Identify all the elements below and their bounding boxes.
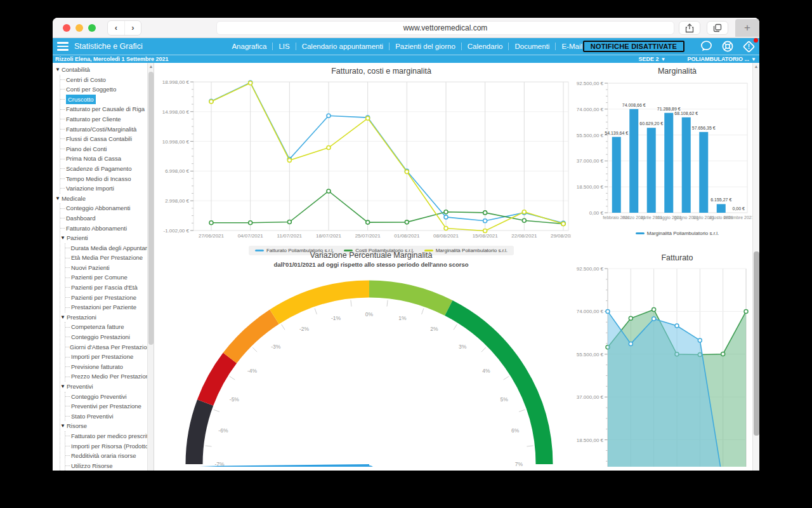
scroll-up-icon[interactable]: ▲ (148, 64, 154, 69)
sede-selector[interactable]: SEDE 2▼ (638, 56, 665, 62)
tree-item-competenza-fatture[interactable]: Competenza fatture (65, 322, 154, 332)
tree-item-preventivi[interactable]: ▼Preventivi (60, 382, 154, 392)
tree-item-piano-dei-conti[interactable]: Piano dei Conti (60, 144, 154, 154)
main-scrollbar-thumb[interactable] (754, 251, 759, 436)
tree-item-pazienti-per-fascia-d-et[interactable]: Pazienti per Fascia d'Età (65, 283, 154, 293)
nav-separator (296, 43, 296, 50)
svg-text:74.008,66 €: 74.008,66 € (622, 103, 646, 107)
tree-expand-icon[interactable]: ▼ (55, 194, 60, 204)
svg-text:0,00 €: 0,00 € (589, 210, 604, 216)
new-tab-button[interactable]: + (735, 19, 759, 37)
nav-anagrafica[interactable]: Anagrafica (231, 43, 267, 50)
tree-expand-icon[interactable]: ▼ (60, 312, 65, 323)
tree-item-conti-per-soggetto[interactable]: Conti per Soggetto (60, 84, 154, 95)
tree-item-medicale[interactable]: ▼Medicale (55, 194, 154, 204)
bar-chart-marginalita: Marginalità92.500,00 €74.000,00 €55.500,… (573, 67, 752, 236)
tree-expand-icon[interactable]: ▼ (55, 65, 60, 75)
notifications-toggle-button[interactable]: NOTIFICHE DISATTIVATE (583, 41, 684, 52)
address-bar[interactable]: www.vettoremedical.com (216, 21, 674, 35)
forward-button[interactable]: › (124, 21, 141, 35)
toolbar-icons: ! (700, 40, 756, 53)
tree-item-prestazioni-per-paziente[interactable]: Prestazioni per Paziente (65, 302, 154, 312)
chat-icon[interactable] (700, 40, 713, 53)
minimize-window-button[interactable] (75, 24, 83, 32)
support-lifebuoy-icon[interactable] (721, 40, 734, 53)
tree-connector (60, 178, 65, 179)
tree-item-durata-media-degli-appuntame[interactable]: Durata Media degli Appuntame (65, 243, 154, 253)
tree-item-pazienti-per-comune[interactable]: Pazienti per Comune (65, 272, 154, 283)
alerts-diamond-icon[interactable]: ! (742, 40, 756, 53)
chevron-down-icon: ▼ (660, 57, 665, 62)
back-button[interactable]: ‹ (108, 21, 124, 35)
nav-pazienti-del-giorno[interactable]: Pazienti del giorno (395, 43, 456, 50)
tree-item-pazienti-per-prestazione[interactable]: Pazienti per Prestazione (65, 293, 154, 303)
tree-item-label: Utilizzo Risorse (71, 461, 112, 471)
svg-text:settembre 2021: settembre 2021 (723, 215, 752, 220)
tree-item-fatturato-per-medico-prescritto[interactable]: Fatturato per medico prescritto (65, 431, 154, 441)
sidebar-scrollbar-thumb[interactable] (148, 72, 154, 345)
tree-expand-icon[interactable]: ▼ (60, 421, 65, 431)
svg-text:5%: 5% (500, 396, 508, 403)
nav-calendario-appuntamenti[interactable]: Calendario appuntamenti (301, 43, 384, 50)
tree-item-fatturato-per-causale-di-riga[interactable]: Fatturato per Causale di Riga (60, 104, 154, 114)
tree-item-risorse[interactable]: ▼Risorse (60, 421, 154, 431)
tree-item-cruscotto[interactable]: Cruscotto (60, 95, 154, 105)
tree-item-conteggio-abbonamenti[interactable]: Conteggio Abbonamenti (60, 203, 154, 213)
tree-connector (65, 366, 70, 367)
tree-item-preventivi-per-prestazione[interactable]: Preventivi per Prestazione (65, 401, 154, 411)
tree-item-flussi-di-cassa-contabili[interactable]: Flussi di Cassa Contabili (60, 134, 154, 144)
tree-item-prezzo-medio-per-prestazione[interactable]: Prezzo Medio Per Prestazione (65, 371, 154, 382)
tree-item-nuovi-pazienti[interactable]: Nuovi Pazienti (65, 263, 154, 273)
tree-connector (65, 416, 70, 417)
tree-item-scadenze-di-pagamento[interactable]: Scadenze di Pagamento (60, 164, 154, 174)
tree-connector (65, 327, 70, 328)
tree-item-prestazioni[interactable]: ▼Prestazioni (60, 312, 154, 323)
tree-item-redditivit-oraria-risorse[interactable]: Redditività oraria risorse (65, 451, 154, 461)
main-scrollbar[interactable]: ▲ (752, 63, 759, 471)
nav-calendario[interactable]: Calendario (467, 43, 504, 50)
close-window-button[interactable] (63, 24, 70, 32)
tree-item-utilizzo-risorse[interactable]: Utilizzo Risorse (65, 461, 154, 471)
tree-item-et-media-per-prestazione[interactable]: Età Media Per Prestazione (65, 253, 154, 263)
tree-item-pazienti[interactable]: ▼Pazienti (60, 233, 154, 243)
scroll-up-icon[interactable]: ▲ (754, 64, 759, 69)
tree-item-importi-per-prestazione[interactable]: Importi per Prestazione (65, 352, 154, 362)
tree-item-centri-di-costo[interactable]: Centri di Costo (60, 75, 154, 85)
tree-item-fatturato-abbonamenti[interactable]: Fatturato Abbonamenti (60, 224, 154, 234)
tree-item-conteggio-prestazioni[interactable]: Conteggio Prestazioni (65, 332, 154, 342)
area-chart-fatturato: Fatturato92.500,00 €74.000,00 €55.500,00… (573, 253, 752, 471)
tree-item-importi-per-risorsa-prodotto[interactable]: Importi per Risorsa (Prodotto) (65, 441, 154, 451)
report-tree-sidebar: ▼ContabilitàCentri di CostoConti per Sog… (53, 63, 154, 471)
tree-expand-icon[interactable]: ▼ (60, 233, 65, 243)
show-tabs-button[interactable] (707, 21, 728, 35)
nav-lis[interactable]: LIS (278, 43, 290, 50)
tree-item-label: Variazione Importi (66, 184, 114, 194)
svg-text:!: ! (748, 43, 750, 50)
tree-item-previsione-fatturato[interactable]: Previsione fatturato (65, 362, 154, 372)
tree-item-label: Redditività oraria risorse (71, 451, 136, 461)
location-selector[interactable]: POLIAMBULATORIO ...▼ (687, 56, 756, 62)
tree-connector (65, 337, 70, 337)
tree-item-tempo-medio-di-incasso[interactable]: Tempo Medio di Incasso (60, 174, 154, 184)
nav-e-mail[interactable]: E-Mail (561, 43, 583, 50)
tree-item-variazione-importi[interactable]: Variazione Importi (60, 184, 154, 194)
tree-item-stato-preventivi[interactable]: Stato Preventivi (65, 411, 154, 422)
chart-title: Variazione Percentuale Marginalità (171, 251, 571, 260)
tree-item-fatturato-per-cliente[interactable]: Fatturato per Cliente (60, 114, 154, 124)
tree-item-prima-nota-di-cassa[interactable]: Prima Nota di Cassa (60, 154, 154, 164)
tree-item-fatturato-costi-marginalit[interactable]: Fatturato/Costi/Marginalità (60, 124, 154, 135)
tree-item-contabilit[interactable]: ▼Contabilità (55, 65, 154, 75)
svg-text:57.656,35 €: 57.656,35 € (692, 126, 716, 130)
menu-icon[interactable] (57, 42, 69, 51)
sidebar-scrollbar[interactable]: ▲ (147, 63, 154, 471)
share-button[interactable] (679, 21, 700, 35)
tree-item-giorni-d-attesa-per-prestazione[interactable]: Giorni d'Attesa Per Prestazione (65, 342, 154, 352)
zoom-window-button[interactable] (88, 24, 96, 32)
tree-item-conteggio-preventivi[interactable]: Conteggio Preventivi (65, 392, 154, 402)
svg-text:60.629,20 €: 60.629,20 € (639, 121, 663, 126)
tree-item-dashboard[interactable]: Dashboard (60, 213, 154, 224)
area-chart-canvas: 92.500,00 €74.000,00 €55.500,00 €37.000,… (573, 262, 752, 467)
svg-text:10.998,00 €: 10.998,00 € (162, 139, 190, 145)
nav-documenti[interactable]: Documenti (514, 43, 550, 50)
tree-expand-icon[interactable]: ▼ (60, 382, 65, 392)
